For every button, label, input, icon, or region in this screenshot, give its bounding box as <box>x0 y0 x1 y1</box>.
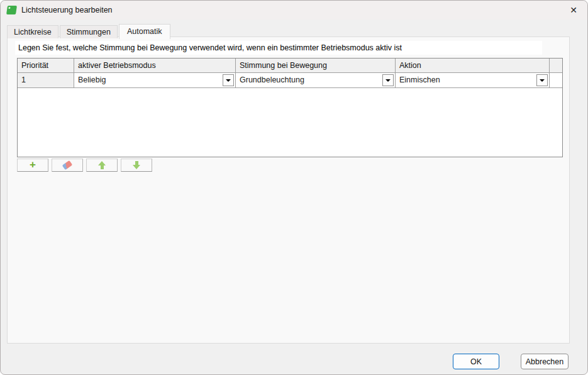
window-title: Lichtsteuerung bearbeiten <box>21 1 113 20</box>
aktion-value: Einmischen <box>399 76 440 84</box>
column-header-filler <box>550 59 562 73</box>
arrow-up-icon <box>98 161 106 169</box>
ok-button[interactable]: OK <box>453 354 499 369</box>
column-header-aktion: Aktion <box>396 59 550 73</box>
move-up-button[interactable] <box>86 159 118 172</box>
chevron-down-icon <box>386 79 391 82</box>
chevron-down-icon <box>226 79 231 82</box>
tab-automatik[interactable]: Automatik <box>119 24 170 39</box>
column-header-prioritaet: Priorität <box>18 59 74 73</box>
plus-icon: + <box>30 160 36 169</box>
betriebsmodus-dropdown[interactable]: Beliebig <box>74 73 236 88</box>
automatik-tab-panel: Legen Sie fest, welche Stimmung bei Bewe… <box>7 36 570 344</box>
automatik-rules-table: Priorität aktiver Betriebsmodus Stimmung… <box>17 58 563 157</box>
close-icon[interactable]: ✕ <box>563 3 584 18</box>
arrow-down-icon <box>133 161 140 169</box>
tab-lichtkreise[interactable]: Lichtkreise <box>7 25 58 38</box>
description-text: Legen Sie fest, welche Stimmung bei Bewe… <box>15 41 542 55</box>
table-toolbar: + <box>17 159 152 172</box>
betriebsmodus-value: Beliebig <box>78 76 106 84</box>
stimmung-value: Grundbeleuchtung <box>240 76 304 84</box>
stimmung-dropdown[interactable]: Grundbeleuchtung <box>236 73 396 88</box>
table-row[interactable]: 1 Beliebig Grundbeleuchtung Einmischen <box>18 73 562 88</box>
delete-row-button[interactable] <box>52 159 83 172</box>
dialog-window: Lichtsteuerung bearbeiten ✕ Lichtkreise … <box>0 0 588 375</box>
row-filler-cell <box>550 73 562 88</box>
tab-strip: Lichtkreise Stimmungen Automatik <box>7 23 172 38</box>
aktion-dropdown[interactable]: Einmischen <box>396 73 550 88</box>
table-header-row: Priorität aktiver Betriebsmodus Stimmung… <box>18 59 562 73</box>
stimmung-dropdown-button[interactable] <box>382 74 394 86</box>
move-down-button[interactable] <box>121 159 152 172</box>
title-bar: Lichtsteuerung bearbeiten ✕ <box>1 1 587 20</box>
column-header-betriebsmodus: aktiver Betriebsmodus <box>74 59 236 73</box>
aktion-dropdown-button[interactable] <box>536 74 548 86</box>
eraser-icon <box>62 160 73 170</box>
chevron-down-icon <box>540 79 545 82</box>
column-header-stimmung: Stimmung bei Bewegung <box>236 59 396 73</box>
priority-cell: 1 <box>18 73 74 88</box>
betriebsmodus-dropdown-button[interactable] <box>223 74 234 86</box>
app-icon <box>6 6 17 14</box>
tab-stimmungen[interactable]: Stimmungen <box>60 25 118 38</box>
add-row-button[interactable]: + <box>17 159 48 172</box>
cancel-button[interactable]: Abbrechen <box>521 354 569 369</box>
